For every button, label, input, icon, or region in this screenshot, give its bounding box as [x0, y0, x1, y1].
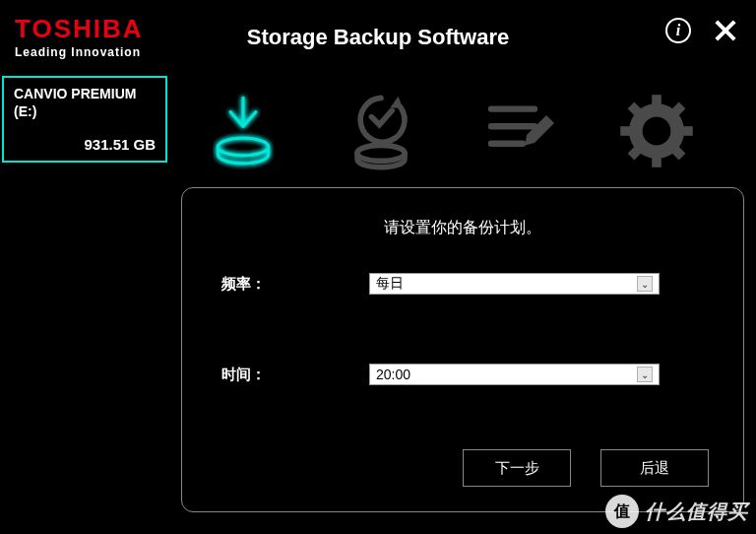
back-button[interactable]: 后退	[600, 449, 709, 487]
chevron-down-icon: ⌄	[637, 367, 653, 382]
tab-backup[interactable]	[199, 87, 287, 175]
button-row: 下一步 后退	[463, 449, 709, 487]
main-area: CANVIO PREMIUM (E:) 931.51 GB	[0, 74, 756, 534]
frequency-value: 每日	[376, 275, 404, 293]
device-name: CANVIO PREMIUM	[14, 86, 156, 101]
device-card[interactable]: CANVIO PREMIUM (E:) 931.51 GB	[2, 76, 167, 163]
gear-icon	[617, 92, 696, 170]
device-sidebar: CANVIO PREMIUM (E:) 931.51 GB	[0, 74, 169, 534]
chevron-down-icon: ⌄	[637, 276, 653, 292]
close-icon[interactable]	[713, 18, 738, 43]
svg-point-0	[218, 138, 268, 156]
time-label: 时间：	[221, 366, 369, 384]
svg-rect-7	[620, 126, 633, 136]
svg-rect-8	[680, 126, 693, 136]
tab-restore[interactable]	[337, 87, 425, 175]
time-row: 时间： 20:00 ⌄	[221, 364, 704, 385]
tab-bar	[169, 74, 756, 187]
download-drive-icon	[204, 92, 283, 170]
frequency-select[interactable]: 每日 ⌄	[369, 273, 660, 295]
header-actions: i	[665, 18, 738, 43]
time-value: 20:00	[376, 367, 410, 382]
device-size: 931.51 GB	[14, 136, 156, 153]
svg-rect-6	[652, 155, 662, 167]
panel-title: 请设置你的备份计划。	[221, 218, 704, 238]
brand-logo: TOSHIBA Leading Innovation	[15, 16, 144, 59]
svg-point-1	[357, 145, 405, 161]
frequency-label: 频率：	[221, 275, 369, 294]
edit-list-icon	[479, 92, 558, 170]
backup-plan-panel: 请设置你的备份计划。 频率： 每日 ⌄ 时间： 20:00 ⌄ 下一步 后退	[181, 187, 744, 512]
restore-icon	[342, 92, 420, 170]
device-letter: (E:)	[14, 103, 156, 119]
time-select[interactable]: 20:00 ⌄	[369, 364, 660, 385]
tab-edit[interactable]	[474, 87, 563, 175]
brand-name: TOSHIBA	[15, 16, 144, 41]
frequency-row: 频率： 每日 ⌄	[221, 273, 704, 295]
app-title: Storage Backup Software	[247, 25, 510, 50]
app-header: TOSHIBA Leading Innovation Storage Backu…	[0, 0, 756, 74]
content-area: 请设置你的备份计划。 频率： 每日 ⌄ 时间： 20:00 ⌄ 下一步 后退	[169, 74, 756, 534]
svg-rect-5	[652, 95, 662, 107]
info-icon[interactable]: i	[665, 18, 691, 43]
next-button[interactable]: 下一步	[463, 449, 571, 487]
brand-tagline: Leading Innovation	[15, 45, 144, 59]
tab-settings[interactable]	[612, 87, 701, 175]
